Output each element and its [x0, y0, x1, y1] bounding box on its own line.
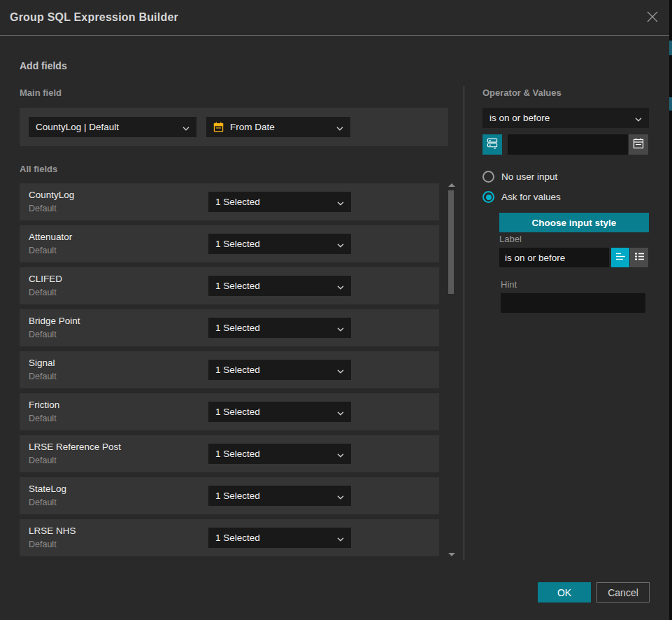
field-sublabel: Default — [29, 330, 57, 339]
chevron-down-icon — [337, 280, 344, 293]
close-icon — [646, 10, 659, 26]
chevron-down-icon — [635, 112, 642, 125]
field-selection-dropdown[interactable]: 1 Selected — [208, 486, 351, 506]
field-selection-value: 1 Selected — [215, 449, 333, 459]
field-row-lrse-reference-post: LRSE Reference Post Default 1 Selected — [20, 435, 439, 472]
align-left-lines-icon — [615, 251, 626, 264]
chevron-down-icon — [337, 322, 344, 334]
field-selection-value: 1 Selected — [215, 239, 333, 249]
chevron-down-icon — [336, 121, 343, 134]
field-selection-value: 1 Selected — [215, 491, 333, 501]
label-caption: Label — [499, 234, 522, 244]
field-row-attenuator: Attenuator Default 1 Selected — [20, 225, 439, 262]
radio-label: No user input — [501, 171, 557, 182]
hint-caption: Hint — [501, 279, 517, 290]
scroll-up-arrow[interactable] — [448, 183, 455, 187]
field-selection-dropdown[interactable]: 1 Selected — [208, 402, 351, 422]
chevron-down-icon — [337, 238, 344, 251]
field-row-bridge-point: Bridge Point Default 1 Selected — [20, 309, 439, 346]
main-field-field-value: From Date — [230, 122, 332, 132]
radio-circle-unselected — [482, 171, 494, 183]
panel-divider — [464, 86, 464, 561]
radio-ask-for-values[interactable]: Ask for values — [482, 191, 561, 203]
background-fragment — [669, 97, 672, 111]
field-row-signal: Signal Default 1 Selected — [20, 351, 439, 388]
main-field-dataset-select[interactable]: CountyLog | Default — [29, 117, 196, 137]
field-selection-dropdown[interactable]: 1 Selected — [208, 360, 351, 380]
input-style-single-line-button[interactable] — [611, 248, 629, 267]
label-input[interactable] — [499, 248, 609, 267]
choose-input-style-button[interactable]: Choose input style — [499, 213, 649, 232]
field-row-friction: Friction Default 1 Selected — [20, 393, 439, 430]
all-fields-label: All fields — [20, 164, 57, 174]
main-field-dataset-value: CountyLog | Default — [36, 122, 178, 132]
field-sublabel: Default — [29, 288, 57, 297]
field-selection-dropdown[interactable]: 1 Selected — [208, 276, 351, 296]
dialog-header: Group SQL Expression Builder — [0, 0, 669, 36]
cancel-button[interactable]: Cancel — [596, 582, 650, 603]
field-name: Friction — [29, 400, 59, 410]
field-name: StateLog — [29, 484, 66, 494]
add-fields-heading: Add fields — [20, 60, 67, 71]
hint-input[interactable] — [501, 293, 645, 313]
chevron-down-icon — [337, 490, 344, 502]
field-name: CLIFED — [29, 274, 62, 284]
background-page-edge — [669, 0, 672, 620]
calendar-date-icon — [213, 122, 224, 132]
field-name: Attenuator — [29, 232, 72, 242]
field-name: LRSE NHS — [29, 526, 76, 536]
field-selection-dropdown[interactable]: 1 Selected — [208, 444, 351, 464]
group-sql-expression-builder-dialog: Group SQL Expression Builder Add fields … — [0, 0, 672, 620]
field-row-countylog: CountyLog Default 1 Selected — [20, 183, 439, 220]
field-selection-value: 1 Selected — [215, 365, 333, 375]
ok-button[interactable]: OK — [538, 582, 591, 603]
field-selection-value: 1 Selected — [215, 323, 333, 333]
chevron-down-icon — [337, 406, 344, 418]
field-selection-value: 1 Selected — [215, 281, 333, 291]
main-field-field-select[interactable]: From Date — [206, 117, 350, 137]
date-picker-button[interactable] — [629, 134, 648, 155]
field-selection-dropdown[interactable]: 1 Selected — [208, 528, 351, 548]
main-field-row: CountyLog | Default From Date — [20, 108, 448, 146]
field-selection-dropdown[interactable]: 1 Selected — [208, 234, 351, 254]
date-value-input[interactable] — [508, 134, 628, 155]
field-selection-value: 1 Selected — [215, 407, 333, 417]
field-sublabel: Default — [29, 456, 57, 465]
dialog-title: Group SQL Expression Builder — [10, 11, 178, 24]
field-sublabel: Default — [29, 414, 57, 423]
close-button[interactable] — [644, 10, 661, 27]
background-fragment — [669, 41, 672, 55]
chevron-down-icon — [337, 532, 344, 544]
stacked-inputs-icon — [487, 137, 499, 152]
field-sublabel: Default — [29, 372, 57, 381]
main-field-label: Main field — [20, 87, 62, 98]
bulleted-list-icon — [634, 251, 645, 264]
field-name: LRSE Reference Post — [29, 442, 121, 452]
field-row-lrse-nhs: LRSE NHS Default 1 Selected — [20, 519, 439, 556]
chevron-down-icon — [337, 448, 344, 460]
field-selection-dropdown[interactable]: 1 Selected — [208, 318, 351, 338]
field-row-clifed: CLIFED Default 1 Selected — [20, 267, 439, 304]
field-name: Bridge Point — [29, 316, 80, 326]
field-name: CountyLog — [29, 190, 74, 200]
field-sublabel: Default — [29, 204, 57, 213]
operator-select[interactable]: is on or before — [482, 108, 649, 128]
field-sublabel: Default — [29, 498, 57, 507]
field-name: Signal — [29, 358, 55, 368]
field-selection-value: 1 Selected — [215, 197, 333, 207]
radio-label: Ask for values — [501, 192, 561, 202]
operator-values-heading: Operator & Values — [482, 87, 562, 98]
calendar-icon — [633, 138, 644, 152]
chevron-down-icon — [337, 196, 344, 209]
scrollbar-thumb[interactable] — [448, 190, 454, 294]
scroll-down-arrow[interactable] — [448, 553, 455, 556]
chevron-down-icon — [337, 364, 344, 376]
field-row-statelog: StateLog Default 1 Selected — [20, 477, 439, 514]
field-selection-dropdown[interactable]: 1 Selected — [208, 192, 351, 212]
operator-value: is on or before — [489, 113, 631, 123]
value-input-type-button[interactable] — [482, 134, 502, 155]
input-style-list-button[interactable] — [630, 248, 648, 267]
field-sublabel: Default — [29, 540, 57, 549]
radio-no-user-input[interactable]: No user input — [482, 171, 557, 183]
chevron-down-icon — [183, 121, 190, 134]
